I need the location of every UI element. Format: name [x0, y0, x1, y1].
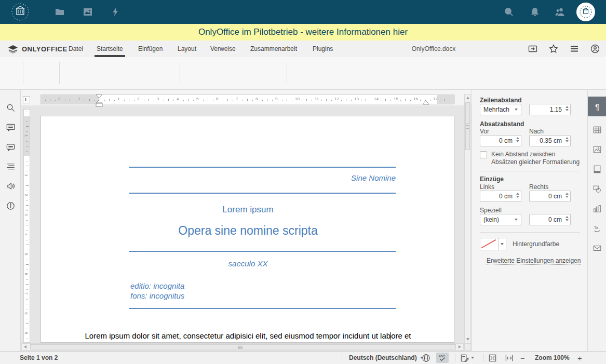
vertical-scroll-thumb[interactable] — [465, 102, 470, 150]
language-selector[interactable]: Deutsch (Deutschland) — [349, 352, 423, 364]
divider-line — [129, 308, 396, 309]
vertical-scrollbar[interactable] — [464, 94, 471, 343]
divider-line — [129, 167, 396, 168]
no-space-checkbox[interactable] — [480, 151, 487, 158]
find-icon[interactable] — [4, 101, 17, 114]
horizontal-scroll-thumb[interactable] — [30, 344, 456, 349]
tab-plugins[interactable]: Plugins — [311, 41, 335, 57]
horizontal-scrollbar[interactable] — [21, 343, 464, 350]
mailmerge-settings-icon[interactable] — [588, 238, 606, 258]
body-text-before: Lorem ipsum dolor sit amet, consectetur … — [85, 331, 391, 340]
tab-zusammenarbeit[interactable]: Zusammenarbeit — [248, 41, 299, 57]
doc-meta-edition: editio: incognita — [130, 281, 184, 290]
line-spacing-mode-value: Mehrfach — [483, 106, 509, 113]
tab-einfuegen[interactable]: Einfügen — [136, 41, 165, 57]
contacts-icon[interactable] — [555, 7, 565, 17]
background-color-dropdown[interactable] — [499, 238, 506, 250]
page-indicator[interactable]: Seite 1 von 2 — [20, 352, 58, 364]
indent-right-value: 0 cm — [548, 193, 562, 200]
line-spacing-value: 1.15 — [550, 106, 562, 113]
no-space-checkbox-label[interactable]: Kein Abstand zwischen Absätzen gleicher … — [491, 151, 581, 166]
advanced-settings-link[interactable]: Erweiterte Einstellungen anzeigen — [487, 257, 581, 265]
scroll-left-arrow[interactable] — [24, 345, 26, 348]
before-label: Vor — [480, 128, 489, 135]
files-icon[interactable] — [55, 7, 65, 17]
open-file-location-icon[interactable] — [528, 44, 538, 54]
about-icon[interactable] — [4, 199, 17, 212]
special-indent-spinner[interactable]: 0 cm — [529, 214, 571, 225]
notifications-icon[interactable] — [530, 7, 540, 17]
line-spacing-mode-select[interactable]: Mehrfach — [480, 104, 521, 115]
zoom-in-icon[interactable]: + — [577, 352, 582, 364]
divider-line — [129, 193, 396, 194]
spellcheck-icon[interactable]: ABC — [436, 353, 449, 363]
tab-layout[interactable]: Layout — [176, 41, 198, 57]
table-settings-icon[interactable] — [588, 120, 606, 140]
special-label: Speziell — [480, 207, 502, 214]
chat-icon[interactable] — [4, 141, 17, 153]
doc-header-right: Sine Nomine — [129, 173, 396, 182]
pilot-banner[interactable]: OnlyOffice im Pilotbetrieb - weitere Inf… — [0, 24, 606, 41]
doc-body-line[interactable]: Lorem ipsum dolor sit amet, consectetur … — [41, 331, 455, 340]
fit-page-icon[interactable] — [488, 352, 497, 364]
banner-text[interactable]: OnlyOffice im Pilotbetrieb - weitere Inf… — [198, 27, 408, 37]
search-icon[interactable] — [504, 7, 514, 17]
portal-topbar — [0, 0, 606, 24]
right-icon-strip: ¶ Ta — [587, 90, 606, 351]
media-icon[interactable] — [83, 7, 93, 17]
account-icon[interactable] — [590, 44, 600, 54]
vertical-ruler[interactable]: 1123456789 — [23, 109, 30, 343]
document-page[interactable]: Sine Nomine Lorem ipsum Opera sine nomin… — [41, 116, 454, 343]
special-indent-amount: 0 cm — [548, 216, 562, 223]
fit-width-icon[interactable] — [505, 352, 514, 364]
hamburger-menu-icon[interactable] — [569, 44, 580, 54]
scroll-down-arrow[interactable] — [466, 338, 469, 341]
track-changes-icon[interactable] — [460, 352, 474, 364]
line-spacing-value-spinner[interactable]: 1.15 — [529, 104, 571, 115]
scrollbar-corner — [464, 343, 471, 350]
scroll-up-arrow[interactable] — [466, 97, 469, 99]
zoom-level[interactable]: Zoom 100% — [535, 352, 570, 364]
feedback-icon[interactable] — [4, 180, 17, 192]
horizontal-ruler[interactable]: 211234567891011121314151617 — [41, 95, 454, 104]
brand-name: ONLYOFFICE — [22, 45, 68, 53]
shape-settings-icon[interactable] — [588, 179, 606, 199]
user-avatar[interactable] — [576, 3, 595, 21]
right-indent-marker[interactable] — [422, 100, 429, 105]
comments-icon[interactable] — [4, 121, 17, 133]
svg-text:Ta: Ta — [594, 225, 599, 230]
paragraph-settings-icon[interactable]: ¶ — [588, 97, 606, 116]
indent-left-value: 0 cm — [499, 193, 513, 200]
indent-left-label: Links — [480, 183, 494, 191]
onlyoffice-brand: ONLYOFFICE — [7, 41, 68, 57]
tab-datei[interactable]: Datei — [66, 41, 85, 57]
university-logo[interactable] — [9, 1, 31, 23]
set-language-globe-icon[interactable] — [422, 352, 430, 364]
image-settings-icon[interactable] — [588, 140, 606, 159]
textart-settings-icon[interactable]: Ta — [588, 219, 606, 238]
spacing-after-value: 0.35 cm — [540, 137, 562, 144]
line-spacing-label: Zeilenabstand — [480, 97, 522, 104]
indent-marker[interactable] — [96, 94, 103, 109]
tab-verweise[interactable]: Verweise — [208, 41, 238, 57]
favorite-star-icon[interactable] — [548, 44, 559, 54]
chart-settings-icon[interactable] — [588, 199, 606, 219]
left-sidebar — [0, 90, 21, 351]
spacing-after-spinner[interactable]: 0.35 cm — [529, 135, 571, 146]
spacing-before-spinner[interactable]: 0 cm — [480, 135, 521, 146]
navigation-headings-icon[interactable] — [4, 160, 17, 172]
formatting-toolbar: Arial 11 A▲ A▼ Aa B I U S A2 A2 A — [0, 57, 606, 90]
tab-stop-selector[interactable]: L — [23, 96, 30, 103]
zoom-out-icon[interactable]: − — [520, 352, 525, 364]
background-color-swatch[interactable] — [480, 238, 499, 250]
header-footer-settings-icon[interactable] — [588, 159, 606, 179]
scroll-right-arrow[interactable] — [459, 345, 461, 348]
body-text-after: ore et — [391, 331, 411, 340]
special-indent-select[interactable]: (kein) — [480, 214, 521, 225]
indent-right-spinner[interactable]: 0 cm — [529, 191, 571, 202]
shortcuts-icon[interactable] — [111, 7, 121, 17]
application-window: OnlyOffice im Pilotbetrieb - weitere Inf… — [0, 0, 606, 364]
indent-left-spinner[interactable]: 0 cm — [480, 191, 521, 202]
tab-startseite[interactable]: Startseite — [95, 41, 125, 57]
after-label: Nach — [529, 128, 544, 135]
